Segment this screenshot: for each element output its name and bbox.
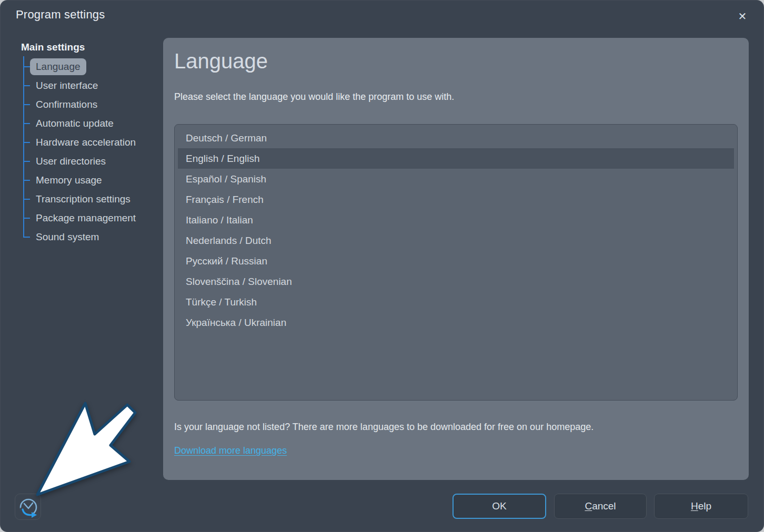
sidebar-item-package-management[interactable]: Package management (30, 210, 142, 227)
help-label-rest: elp (698, 500, 711, 511)
language-option-dutch[interactable]: Nederlands / Dutch (178, 230, 734, 251)
language-option-french[interactable]: Français / French (178, 189, 734, 210)
language-option-german[interactable]: Deutsch / German (178, 128, 734, 148)
sidebar-item-hardware-acceleration[interactable]: Hardware acceleration (30, 134, 142, 151)
cancel-label-rest: ancel (592, 500, 616, 511)
language-settings-panel: Language Please select the language you … (163, 38, 749, 480)
language-option-italian[interactable]: Italiano / Italian (178, 210, 734, 230)
sidebar-item-user-interface[interactable]: User interface (30, 77, 104, 94)
help-button[interactable]: Help (654, 494, 748, 519)
language-option-spanish[interactable]: Español / Spanish (178, 169, 734, 189)
sidebar-item-confirmations[interactable]: Confirmations (30, 96, 103, 113)
language-option-slovenian[interactable]: Slovenščina / Slovenian (178, 271, 734, 292)
language-option-english[interactable]: English / English (178, 148, 734, 169)
sidebar-header-main-settings: Main settings (21, 42, 85, 53)
download-more-languages-link[interactable]: Download more languages (174, 445, 287, 456)
sidebar-item-language[interactable]: Language (30, 58, 86, 75)
more-languages-info: Is your language not listed? There are m… (174, 422, 594, 433)
help-accelerator: H (691, 500, 698, 511)
window-title: Program settings (16, 8, 105, 22)
sidebar-item-user-directories[interactable]: User directories (30, 153, 112, 170)
sidebar-item-automatic-update[interactable]: Automatic update (30, 115, 119, 132)
sidebar-item-transcription-settings[interactable]: Transcription settings (30, 191, 136, 208)
ok-button[interactable]: OK (453, 494, 546, 519)
language-option-turkish[interactable]: Türkçe / Turkish (178, 292, 734, 312)
language-option-russian[interactable]: Русский / Russian (178, 251, 734, 271)
sidebar-item-sound-system[interactable]: Sound system (30, 229, 105, 245)
tree-line (23, 56, 24, 238)
restart-required-button[interactable] (15, 494, 41, 520)
sidebar-item-memory-usage[interactable]: Memory usage (30, 172, 108, 189)
program-settings-dialog: Program settings ✕ Main settings Languag… (0, 0, 764, 532)
cancel-button[interactable]: Cancel (554, 494, 647, 519)
language-listbox[interactable]: Deutsch / German English / English Españ… (174, 124, 738, 401)
page-title: Language (174, 49, 268, 73)
restart-icon (15, 494, 41, 519)
language-option-ukrainian[interactable]: Українська / Ukrainian (178, 312, 734, 333)
page-subtitle: Please select the language you would lik… (174, 91, 454, 103)
close-icon[interactable]: ✕ (735, 8, 750, 24)
cancel-accelerator: C (585, 500, 592, 511)
